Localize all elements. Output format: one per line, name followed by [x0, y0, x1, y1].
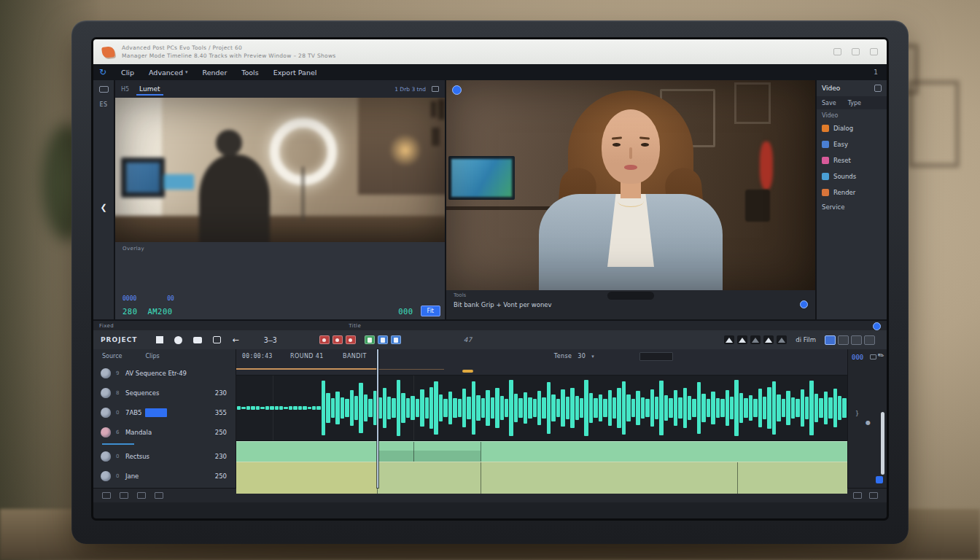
sidebar-item-dialog[interactable]: Dialog	[817, 120, 887, 136]
layout-option-icon[interactable]	[851, 335, 862, 345]
list-icon[interactable]	[120, 492, 128, 499]
track-area[interactable]: 00:00:43 ROUND 41 BANDIT Tense 30 ▾	[236, 349, 847, 488]
timecode-in: 280	[122, 307, 137, 316]
reset-icon	[822, 157, 829, 164]
square-icon[interactable]	[155, 492, 163, 499]
layout-option-icon[interactable]	[825, 335, 836, 345]
stop-tool-icon[interactable]	[156, 336, 163, 343]
info-icon[interactable]	[800, 300, 808, 308]
box-icon[interactable]	[137, 492, 146, 499]
tab-save[interactable]: Save	[822, 100, 836, 106]
track-row[interactable]: 8 Sequences 230	[93, 383, 236, 402]
track-toggle[interactable]	[101, 471, 111, 481]
snap-toggle-icon[interactable]	[876, 476, 883, 483]
back-arrow-icon[interactable]: ←	[232, 336, 238, 344]
track-row[interactable]: 9 AV Sequence Etr-49	[93, 363, 236, 383]
small-panel-icon[interactable]	[870, 354, 876, 359]
fit-button[interactable]: Fit	[421, 306, 440, 316]
record-tool-icon[interactable]	[174, 336, 182, 344]
track-row[interactable]: 0 Rectsus 230	[93, 446, 236, 466]
folder-clip-icon[interactable]	[365, 335, 375, 344]
export-tool-icon[interactable]	[213, 336, 221, 343]
vertical-scrollbar[interactable]	[881, 412, 884, 475]
mountain-view-icon[interactable]	[724, 335, 734, 344]
panel-menu-icon[interactable]	[874, 85, 882, 92]
track-value: 230	[215, 389, 227, 397]
layout-option-icon[interactable]	[864, 335, 875, 345]
ruler-right-controls[interactable]: Tense 30 ▾	[554, 353, 595, 359]
track-toggle[interactable]	[101, 388, 111, 398]
playhead[interactable]	[377, 349, 378, 488]
menu-export-panel[interactable]: Export Panel	[273, 69, 317, 77]
track-toggle-pink[interactable]	[101, 427, 111, 438]
fixed-label: Fixed	[99, 323, 114, 329]
waveform-bar	[584, 380, 588, 436]
comment-tool-icon[interactable]	[193, 337, 202, 343]
camera-clip-icon[interactable]	[332, 335, 343, 344]
toolbar-counter: 47	[464, 336, 472, 343]
track-value: 355	[215, 409, 227, 416]
menu-render[interactable]: Render	[202, 69, 227, 77]
mountain-view-icon[interactable]	[750, 335, 761, 344]
file-clip-icon[interactable]	[391, 335, 401, 344]
work-area-bar[interactable]	[236, 368, 377, 370]
camera-clip-icon[interactable]	[319, 335, 330, 344]
program-caption-area: Tools Bit bank Grip + Vont per wonev	[446, 290, 815, 319]
program-badge-icon[interactable]	[452, 85, 462, 95]
timeline-marker[interactable]	[462, 370, 473, 373]
track-toggle[interactable]	[101, 368, 111, 378]
track-list-header: Source Clips	[93, 349, 236, 363]
waveform-bar	[514, 394, 518, 422]
grid-icon[interactable]	[102, 492, 111, 499]
refresh-icon[interactable]: ↻	[99, 68, 106, 77]
tab-lumet[interactable]: Lumet	[136, 83, 163, 96]
pen-icon[interactable]: ✎	[876, 351, 885, 361]
minimize-button[interactable]	[833, 48, 841, 55]
waveform-bar	[411, 396, 414, 420]
maximize-button[interactable]	[852, 48, 860, 55]
menu-clip[interactable]: Clip	[121, 69, 134, 77]
track-row[interactable]: 0 Jane 250	[93, 466, 236, 486]
source-controls-text: 1 Drb 3 tnd	[394, 86, 426, 93]
sidebar-footer[interactable]: Service	[817, 201, 887, 214]
source-monitor-controls[interactable]: 1 Drb 3 tnd	[394, 86, 439, 93]
waveform-bar	[500, 396, 504, 420]
layout-option-icon[interactable]	[838, 335, 849, 345]
audio-waveform[interactable]	[236, 376, 847, 440]
audio-clip-row-2[interactable]	[236, 462, 847, 494]
track-row-selected[interactable]: 0 7AB5 355	[93, 402, 236, 422]
track-row[interactable]: 6 Mandala 250	[93, 422, 236, 442]
drag-handle[interactable]	[607, 292, 654, 300]
waveform-bar	[260, 407, 264, 409]
waveform-bar	[617, 388, 621, 429]
sidebar-item-reset[interactable]: Reset	[817, 152, 887, 168]
collapse-chevron-icon[interactable]: ❮	[100, 203, 106, 212]
waveform-bar	[720, 399, 724, 417]
audio-clip-row-1[interactable]	[236, 441, 847, 462]
panel-icon[interactable]	[853, 492, 862, 499]
close-button[interactable]	[870, 48, 878, 55]
trash-icon[interactable]	[869, 492, 878, 499]
program-video[interactable]	[446, 80, 815, 290]
settings-icon[interactable]	[432, 86, 439, 92]
file-clip-icon[interactable]	[378, 335, 388, 344]
sidebar-item-render[interactable]: Render	[817, 184, 887, 201]
ruler-input-box[interactable]	[639, 352, 673, 361]
waveform-bar	[293, 406, 297, 410]
tab-type[interactable]: Type	[848, 100, 861, 106]
camera-clip-icon[interactable]	[346, 335, 356, 344]
timeline-ruler[interactable]: 00:00:43 ROUND 41 BANDIT Tense 30 ▾	[236, 349, 847, 376]
timeline-badge-icon[interactable]	[873, 322, 881, 330]
menu-advanced[interactable]: Advanced ▾	[149, 69, 187, 77]
mountain-view-icon[interactable]	[763, 335, 774, 344]
sidebar-item-sounds[interactable]: Sounds	[817, 168, 887, 184]
track-toggle[interactable]	[101, 408, 111, 418]
audio-track-1[interactable]	[236, 376, 847, 441]
mountain-view-icon[interactable]	[737, 335, 747, 344]
track-toggle[interactable]	[101, 451, 111, 462]
mountain-view-icon[interactable]	[777, 335, 787, 344]
panel-icon[interactable]	[99, 86, 109, 93]
menu-tools[interactable]: Tools	[241, 69, 258, 77]
sidebar-item-easy[interactable]: Easy	[817, 136, 887, 152]
source-video[interactable]	[115, 98, 445, 242]
